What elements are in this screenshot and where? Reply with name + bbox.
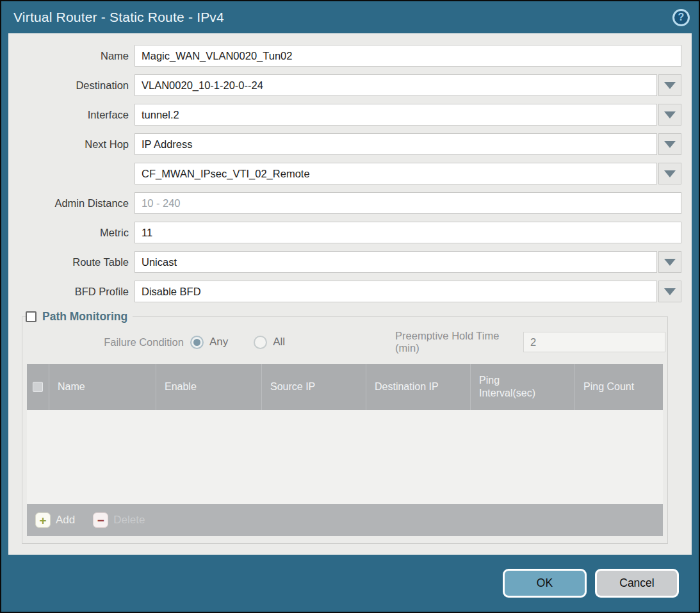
column-header-ping-interval[interactable]: Ping Interval(sec) [470, 364, 574, 410]
metric-input[interactable] [134, 222, 681, 243]
next-hop-type-input[interactable] [134, 133, 657, 155]
route-table-input[interactable] [134, 251, 657, 273]
radio-selected-dot [193, 339, 200, 346]
failure-condition-any-label: Any [209, 336, 228, 348]
destination-label: Destination [8, 79, 134, 92]
chevron-down-icon [664, 170, 676, 177]
cancel-button[interactable]: Cancel [595, 569, 679, 598]
form-row-route-table: Route Table [8, 251, 681, 273]
chevron-down-icon [664, 259, 676, 266]
table-body-empty [27, 410, 663, 504]
failure-condition-all-label: All [273, 336, 285, 348]
destination-dropdown-button[interactable] [658, 74, 681, 96]
next-hop-label: Next Hop [8, 138, 134, 151]
interface-label: Interface [8, 109, 134, 121]
form-row-name: Name [8, 45, 681, 67]
interface-input[interactable] [134, 104, 657, 126]
column-header-enable[interactable]: Enable [156, 364, 261, 410]
add-button-label: Add [56, 514, 75, 527]
select-all-checkbox[interactable] [33, 382, 43, 392]
interface-dropdown-button[interactable] [658, 104, 681, 126]
help-icon[interactable]: ? [672, 9, 690, 26]
minus-icon: − [93, 512, 108, 528]
destination-input[interactable] [134, 74, 657, 96]
failure-condition-all-radio[interactable] [254, 336, 267, 349]
dialog-footer: OK Cancel [1, 555, 699, 612]
form-row-metric: Metric [8, 222, 681, 243]
plus-icon: + [35, 512, 51, 528]
failure-condition-label: Failure Condition [24, 336, 190, 348]
column-header-destination-ip[interactable]: Destination IP [366, 364, 470, 410]
route-table-label: Route Table [8, 256, 134, 268]
dialog-titlebar: Virtual Router - Static Route - IPv4 ? [1, 1, 699, 33]
name-label: Name [8, 50, 134, 62]
ok-button[interactable]: OK [503, 569, 587, 598]
route-table-dropdown-button[interactable] [658, 251, 681, 273]
add-button[interactable]: + Add [35, 512, 75, 528]
preemptive-hold-time-input[interactable] [523, 332, 665, 352]
bfd-profile-dropdown-button[interactable] [658, 281, 681, 302]
bfd-profile-label: BFD Profile [8, 286, 134, 298]
table-header: Name Enable Source IP Destination IP Pin… [27, 364, 663, 410]
delete-button[interactable]: − Delete [93, 512, 145, 528]
failure-condition-any-radio[interactable] [190, 336, 204, 349]
form-row-bfd-profile: BFD Profile [8, 281, 681, 302]
form-row-admin-distance: Admin Distance [8, 192, 681, 214]
next-hop-type-dropdown-button[interactable] [658, 133, 681, 155]
chevron-down-icon [664, 288, 676, 295]
path-monitoring-checkbox[interactable] [26, 311, 37, 322]
column-header-ping-count[interactable]: Ping Count [574, 364, 663, 410]
preemptive-hold-time-label: Preemptive Hold Time (min) [395, 330, 523, 354]
column-header-name[interactable]: Name [49, 364, 156, 410]
table-toolbar: + Add − Delete [27, 504, 663, 536]
failure-condition-row: Failure Condition Any All Preemptive Hol… [24, 331, 665, 353]
bfd-profile-input[interactable] [134, 281, 657, 302]
dialog-title: Virtual Router - Static Route - IPv4 [13, 10, 672, 25]
chevron-down-icon [664, 111, 676, 119]
form-row-interface: Interface [8, 104, 681, 126]
admin-distance-label: Admin Distance [8, 197, 134, 209]
path-monitoring-title: Path Monitoring [42, 310, 127, 323]
next-hop-address-dropdown-button[interactable] [658, 163, 681, 184]
form-row-destination: Destination [8, 74, 681, 96]
chevron-down-icon [664, 82, 676, 89]
admin-distance-input[interactable] [134, 192, 681, 214]
next-hop-address-input[interactable] [134, 163, 657, 184]
static-route-dialog: Virtual Router - Static Route - IPv4 ? N… [0, 0, 700, 613]
path-monitoring-section: Path Monitoring Failure Condition Any Al… [22, 310, 668, 544]
column-header-source-ip[interactable]: Source IP [261, 364, 366, 410]
dialog-body: Name Destination Interface [8, 33, 692, 555]
metric-label: Metric [8, 227, 134, 239]
chevron-down-icon [664, 141, 676, 148]
name-input[interactable] [134, 45, 681, 67]
path-monitoring-table: Name Enable Source IP Destination IP Pin… [27, 364, 663, 536]
delete-button-label: Delete [113, 514, 145, 527]
form-row-next-hop-address [8, 163, 681, 184]
form-row-next-hop: Next Hop [8, 133, 681, 155]
